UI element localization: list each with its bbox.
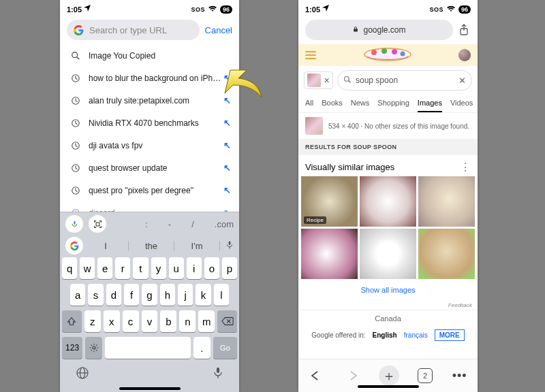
predict-word[interactable]: the (129, 241, 174, 251)
tab-books[interactable]: Books (322, 95, 343, 112)
key-c[interactable]: c (123, 310, 139, 332)
key-u[interactable]: u (169, 257, 184, 279)
key-r[interactable]: r (115, 257, 130, 279)
profile-avatar[interactable] (458, 49, 471, 61)
key-go[interactable]: Go (213, 337, 237, 359)
tab-images[interactable]: Images (418, 95, 442, 112)
dictation-icon[interactable] (220, 240, 239, 252)
predict-word[interactable]: I'm (174, 241, 220, 251)
key-g[interactable]: g (142, 284, 157, 306)
tab-videos[interactable]: Videos (450, 95, 473, 112)
cancel-button[interactable]: Cancel (205, 25, 232, 35)
lang-francais[interactable]: français (404, 331, 428, 339)
more-icon[interactable]: ⋮ (460, 161, 471, 174)
image-result[interactable] (418, 229, 475, 279)
key-e[interactable]: e (97, 257, 112, 279)
key-v[interactable]: v (142, 310, 158, 332)
menu-button[interactable]: ••• (451, 367, 469, 385)
search-input[interactable] (88, 24, 193, 36)
dictation-icon[interactable] (213, 366, 223, 383)
suggestion-history[interactable]: dji avata vs fpv ↖ (60, 134, 239, 157)
search-pill[interactable] (67, 20, 200, 40)
forward-button[interactable] (343, 367, 361, 385)
feedback-link[interactable]: Feedback (298, 301, 478, 310)
key-y[interactable]: y (151, 257, 166, 279)
clear-image-icon[interactable]: ✕ (324, 76, 330, 85)
share-icon[interactable] (458, 24, 471, 36)
key-m[interactable]: m (198, 310, 215, 332)
key-k[interactable]: k (196, 284, 211, 306)
tab-news[interactable]: News (351, 95, 370, 112)
key-p[interactable]: p (222, 257, 237, 279)
suggestion-history[interactable]: alan truly site:petapixel.com ↖ (60, 89, 239, 112)
key-x[interactable]: x (104, 310, 120, 332)
suggestion-history[interactable]: quest pro "pixels per degree" ↖ (60, 179, 239, 201)
insert-arrow-icon[interactable]: ↖ (223, 95, 231, 105)
keyboard-predict-strip: I the I'm (60, 234, 239, 257)
key-l[interactable]: l (214, 284, 229, 306)
key-o[interactable]: o (204, 257, 219, 279)
key-space[interactable] (105, 337, 191, 359)
home-indicator[interactable] (358, 385, 419, 388)
key-a[interactable]: a (70, 284, 85, 306)
insert-arrow-icon[interactable]: ↖ (223, 73, 231, 83)
home-indicator[interactable] (119, 387, 181, 390)
image-result[interactable] (360, 176, 416, 227)
voice-input-icon[interactable] (65, 215, 83, 233)
insert-arrow-icon[interactable]: ↖ (223, 140, 231, 150)
key-s[interactable]: s (88, 284, 103, 306)
lang-english[interactable]: English (373, 331, 397, 339)
insert-arrow-icon[interactable]: ↖ (223, 118, 231, 128)
key-delete[interactable] (217, 310, 237, 332)
svg-point-27 (382, 48, 387, 54)
key-i[interactable]: i (187, 257, 202, 279)
predict-word[interactable]: I (83, 241, 129, 251)
image-result[interactable] (360, 229, 416, 279)
key-j[interactable]: j (178, 284, 193, 306)
key-h[interactable]: h (160, 284, 175, 306)
clear-query-icon[interactable]: ✕ (458, 76, 466, 86)
google-doodle[interactable] (316, 46, 458, 65)
key-d[interactable]: d (106, 284, 121, 306)
key-colon[interactable]: : (145, 219, 148, 229)
key-t[interactable]: t (133, 257, 148, 279)
qr-scan-icon[interactable] (89, 215, 106, 233)
insert-arrow-icon[interactable]: ↖ (223, 163, 231, 173)
tab-all[interactable]: All (305, 95, 313, 112)
query-image-chip[interactable]: ✕ (304, 71, 333, 89)
image-result[interactable]: Recipe (301, 176, 358, 227)
key-shift[interactable] (62, 310, 82, 332)
key-z[interactable]: z (84, 310, 101, 332)
key-settings[interactable] (85, 337, 102, 359)
globe-icon[interactable] (76, 366, 89, 383)
insert-arrow-icon[interactable]: ↖ (223, 185, 231, 195)
query-pill[interactable]: soup spoon ✕ (337, 70, 472, 91)
hamburger-icon[interactable] (305, 51, 316, 59)
suggestion-image-copied[interactable]: Image You Copied (60, 44, 239, 67)
lang-more-button[interactable]: MORE (435, 329, 465, 341)
new-tab-button[interactable]: ＋ (379, 365, 399, 386)
key-dot[interactable]: . (193, 337, 211, 359)
tab-shopping[interactable]: Shopping (377, 95, 409, 112)
key-dotcom[interactable]: .com (215, 219, 234, 229)
image-result[interactable] (418, 176, 475, 227)
suggestion-history[interactable]: quest browser update ↖ (60, 157, 239, 179)
back-button[interactable] (307, 367, 325, 385)
result-thumb[interactable] (305, 117, 323, 135)
tabs-button[interactable]: 2 (418, 368, 433, 383)
svg-point-29 (400, 52, 405, 56)
key-b[interactable]: b (160, 310, 176, 332)
key-w[interactable]: w (80, 257, 95, 279)
key-123[interactable]: 123 (62, 337, 82, 359)
key-q[interactable]: q (62, 257, 77, 279)
show-all-link[interactable]: Show all images (298, 279, 478, 301)
url-pill[interactable]: google.com (305, 20, 453, 40)
key-f[interactable]: f (124, 284, 139, 306)
key-slash[interactable]: / (191, 219, 194, 229)
key-dash[interactable]: - (168, 219, 171, 229)
image-result[interactable] (301, 229, 358, 279)
suggestion-history[interactable]: how to blur the background on iPhone ↖ (60, 67, 239, 89)
key-n[interactable]: n (179, 310, 196, 332)
suggestion-history[interactable]: Nividia RTX 4070 benchmarks ↖ (60, 112, 239, 134)
google-logo-icon[interactable] (65, 237, 83, 255)
